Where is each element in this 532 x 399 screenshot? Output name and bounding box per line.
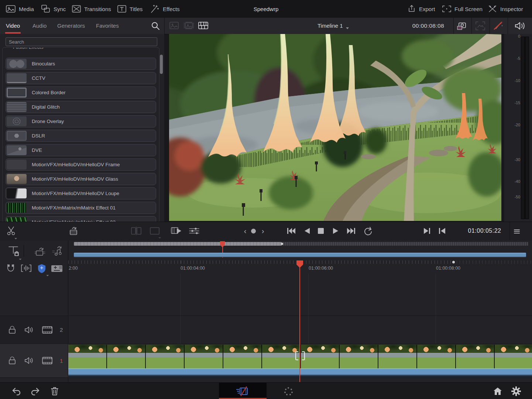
position-lock-button[interactable] bbox=[37, 263, 47, 275]
play-reverse-button[interactable] bbox=[301, 222, 313, 240]
goto-start-button[interactable] bbox=[285, 222, 298, 240]
step-forward-button[interactable]: › bbox=[258, 222, 268, 240]
goto-start-icon bbox=[287, 228, 296, 234]
timeline-ruler-extension[interactable] bbox=[453, 260, 532, 264]
view-mode-filmstrip-button[interactable] bbox=[184, 22, 194, 31]
effect-item-mhellodv-glass[interactable]: MotionVFX/mHelloDV/mHelloDV Glass bbox=[6, 173, 156, 185]
media-button[interactable]: Media bbox=[6, 0, 34, 18]
mini-timeline-clip-bar[interactable] bbox=[74, 253, 526, 257]
home-icon bbox=[493, 387, 502, 395]
timeline-selector[interactable]: Timeline 1 bbox=[318, 18, 349, 34]
export-button[interactable]: Export bbox=[408, 0, 435, 18]
titles-button[interactable]: Titles bbox=[117, 0, 143, 18]
resize-preview-button[interactable] bbox=[476, 21, 485, 32]
goto-end-button[interactable] bbox=[344, 222, 358, 240]
bypass-effects-button[interactable] bbox=[493, 21, 503, 32]
effect-label: Colored Border bbox=[32, 90, 66, 95]
timeline-ruler[interactable] bbox=[68, 260, 453, 264]
mini-timeline-scrubber[interactable] bbox=[74, 242, 282, 246]
more-options-corner bbox=[13, 235, 17, 239]
stop-button[interactable] bbox=[315, 222, 327, 240]
audio-monitor-button[interactable] bbox=[514, 21, 525, 32]
insert-video-only-button[interactable] bbox=[34, 246, 46, 258]
insert-audio-only-button[interactable] bbox=[52, 246, 64, 258]
trim-handle-left[interactable] bbox=[295, 351, 298, 360]
split-view-button[interactable] bbox=[129, 222, 143, 240]
track-header-1[interactable]: 1 bbox=[0, 344, 68, 377]
page-tab-cut[interactable] bbox=[219, 383, 267, 399]
effect-item-drone-overlay[interactable]: Drone Overlay bbox=[6, 115, 156, 127]
more-options-corner bbox=[45, 272, 49, 276]
track-header-2[interactable]: 2 bbox=[0, 316, 68, 344]
trim-handle-right[interactable] bbox=[302, 351, 305, 360]
tab-generators[interactable]: Generators bbox=[57, 18, 85, 34]
transitions-button[interactable]: Transitions bbox=[72, 0, 111, 18]
home-button[interactable] bbox=[490, 383, 505, 399]
tools-adjust-button[interactable] bbox=[186, 222, 202, 240]
clip-resize-button[interactable] bbox=[51, 265, 63, 274]
video-preview[interactable] bbox=[169, 34, 501, 221]
delete-button[interactable] bbox=[48, 383, 61, 399]
settings-button[interactable] bbox=[509, 383, 524, 399]
effects-library-panel: Fusion Effects Binoculars CCTV Colored B… bbox=[0, 34, 164, 222]
tab-audio[interactable]: Audio bbox=[32, 18, 47, 34]
prev-edit-button[interactable] bbox=[436, 222, 448, 240]
effect-item-mhellodv-loupe[interactable]: MotionVFX/mHelloDV/mHelloDV Loupe bbox=[6, 187, 156, 200]
sync-button[interactable]: Sync bbox=[41, 0, 66, 18]
page-tab-color[interactable] bbox=[279, 383, 298, 399]
undo-button[interactable] bbox=[10, 383, 23, 399]
effect-item-digital-glitch[interactable]: Digital Glitch bbox=[6, 101, 156, 113]
stop-icon bbox=[318, 228, 324, 234]
library-search-button[interactable] bbox=[151, 21, 160, 32]
timeline-playhead-handle[interactable] bbox=[296, 260, 303, 268]
timeline-clip-filmstrip[interactable] bbox=[68, 345, 532, 368]
audio-meter: 0 -5 -10 -15 -20 -30 -40 -50 bbox=[504, 34, 532, 222]
insert-audio-icon bbox=[52, 246, 64, 257]
record-dot-button[interactable] bbox=[249, 222, 258, 240]
insert-clip-icon bbox=[69, 226, 78, 236]
effect-item-mhellodv-frame[interactable]: MotionVFX/mHelloDV/mHelloDV Frame bbox=[6, 158, 156, 171]
view-mode-strip-button[interactable] bbox=[198, 22, 208, 31]
effect-label: Digital Glitch bbox=[32, 104, 60, 110]
effect-thumbnail bbox=[7, 188, 27, 198]
play-around-button[interactable] bbox=[169, 222, 185, 240]
play-button[interactable] bbox=[329, 222, 342, 240]
mini-timeline-end-marker bbox=[281, 243, 283, 245]
fullscreen-button[interactable]: Full Screen bbox=[442, 0, 483, 18]
tab-video[interactable]: Video bbox=[6, 18, 20, 34]
redo-button[interactable] bbox=[29, 383, 42, 399]
play-reverse-icon bbox=[304, 228, 310, 234]
timeline-clip-audio[interactable] bbox=[68, 368, 532, 375]
audio-trim-button[interactable] bbox=[21, 264, 31, 274]
single-view-button[interactable] bbox=[148, 222, 162, 240]
grab-still-button[interactable] bbox=[456, 21, 467, 33]
effects-button[interactable]: Effects bbox=[150, 0, 180, 18]
effects-scrollbar[interactable] bbox=[160, 55, 163, 74]
snapping-button[interactable] bbox=[6, 263, 16, 274]
effect-item-cctv[interactable]: CCTV bbox=[6, 72, 156, 84]
effect-item-binoculars[interactable]: Binoculars bbox=[6, 58, 156, 70]
fullscreen-label: Full Screen bbox=[454, 6, 483, 12]
play-icon bbox=[333, 228, 339, 234]
insert-clip-button[interactable] bbox=[66, 222, 80, 240]
track-number: 2 bbox=[60, 327, 63, 333]
resize-preview-icon bbox=[476, 21, 485, 30]
loop-button[interactable] bbox=[361, 222, 375, 240]
search-input[interactable] bbox=[6, 37, 157, 46]
magnet-icon bbox=[6, 263, 16, 273]
lock-playhead-button[interactable] bbox=[8, 246, 20, 258]
effect-item-dslr[interactable]: DSLR bbox=[6, 130, 156, 142]
timeline-playhead-line[interactable] bbox=[299, 260, 300, 382]
effect-thumbnail bbox=[7, 88, 27, 98]
mini-playhead[interactable] bbox=[220, 241, 225, 248]
view-mode-thumbnail-button[interactable] bbox=[169, 22, 179, 31]
inspector-button[interactable]: Inspector bbox=[488, 0, 523, 18]
next-edit-icon bbox=[423, 228, 431, 234]
tab-favorites[interactable]: Favorites bbox=[96, 18, 119, 34]
effect-item-mmatrix-01[interactable]: MotionVFX/mMatrix/mMatrix Effect 01 bbox=[6, 202, 156, 214]
effect-item-colored-border[interactable]: Colored Border bbox=[6, 86, 156, 99]
cut-tool-button[interactable] bbox=[4, 222, 18, 240]
effect-item-dve[interactable]: DVE bbox=[6, 144, 156, 156]
next-edit-button[interactable] bbox=[421, 222, 433, 240]
mini-timeline-extension[interactable] bbox=[282, 242, 528, 246]
